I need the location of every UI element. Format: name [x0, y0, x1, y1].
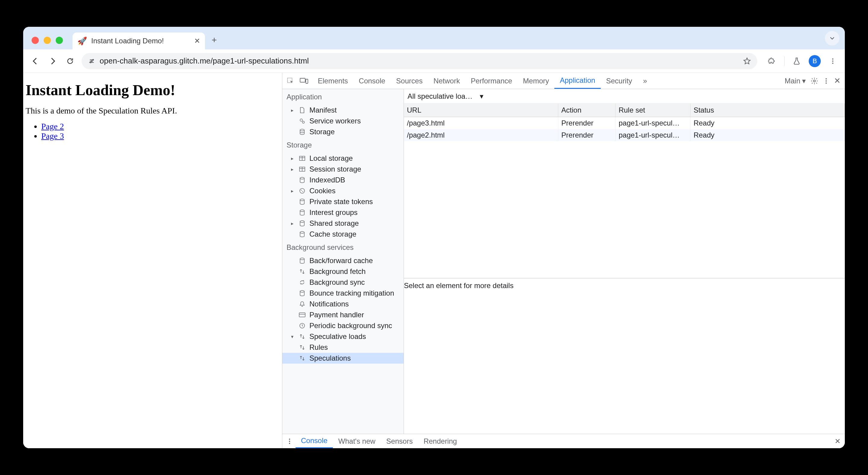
sidebar-item-speculations[interactable]: Speculations	[282, 353, 404, 364]
transfer-icon	[298, 267, 306, 276]
sidebar-item-service-workers[interactable]: Service workers	[282, 116, 404, 126]
filter-bar[interactable]: All speculative loa… ▾	[404, 89, 845, 103]
extensions-button[interactable]	[766, 55, 778, 67]
site-settings-icon[interactable]	[88, 57, 95, 65]
sidebar-item-manifest[interactable]: ▸Manifest	[282, 105, 404, 116]
sidebar-section-storage: Storage	[282, 137, 404, 153]
detail-pane: Select an element for more details	[404, 278, 845, 434]
sidebar-item-label: Periodic background sync	[309, 322, 392, 330]
tab-sources[interactable]: Sources	[391, 73, 428, 89]
sidebar-item-bg-sync[interactable]: Background sync	[282, 277, 404, 288]
sidebar-item-cache-storage[interactable]: Cache storage	[282, 229, 404, 240]
minimize-window[interactable]	[44, 37, 51, 44]
bookmark-button[interactable]	[743, 57, 751, 65]
tab-application[interactable]: Application	[554, 73, 600, 89]
drawer-tab-sensors[interactable]: Sensors	[381, 434, 418, 448]
col-status[interactable]: Status	[690, 103, 845, 117]
cell-action: Prerender	[558, 117, 616, 129]
sidebar-item-session-storage[interactable]: ▸Session storage	[282, 164, 404, 175]
close-drawer-button[interactable]: ✕	[835, 437, 841, 445]
database-icon	[298, 208, 306, 217]
tab-console[interactable]: Console	[353, 73, 391, 89]
sidebar-item-label: Local storage	[309, 154, 353, 162]
database-icon	[298, 219, 306, 228]
reload-button[interactable]	[64, 55, 76, 67]
sidebar-item-local-storage[interactable]: ▸Local storage	[282, 153, 404, 164]
inspect-element-icon[interactable]	[286, 77, 294, 85]
dropdown-icon: ▾	[802, 77, 806, 85]
devtools-body: Application ▸Manifest Service workers St…	[282, 89, 845, 434]
table-icon	[298, 165, 306, 173]
cell-action: Prerender	[558, 129, 616, 141]
devtools-menu-button[interactable]	[823, 77, 829, 85]
sidebar-item-payment-handler[interactable]: Payment handler	[282, 309, 404, 320]
toolbar-actions: B	[763, 55, 839, 67]
reload-icon	[66, 57, 74, 65]
profile-avatar[interactable]: B	[809, 55, 821, 67]
sidebar-item-bg-fetch[interactable]: Background fetch	[282, 266, 404, 277]
sidebar-item-cookies[interactable]: ▸Cookies	[282, 185, 404, 196]
tab-elements[interactable]: Elements	[312, 73, 353, 89]
forward-button[interactable]	[46, 55, 59, 67]
address-bar[interactable]: open-chalk-asparagus.glitch.me/page1-url…	[82, 53, 757, 69]
drawer-tab-console[interactable]: Console	[296, 434, 333, 448]
svg-point-27	[300, 291, 304, 292]
col-ruleset[interactable]: Rule set	[616, 103, 690, 117]
drawer-tab-rendering[interactable]: Rendering	[418, 434, 462, 448]
page-link[interactable]: Page 2	[41, 122, 64, 131]
drawer-menu-button[interactable]	[286, 438, 296, 445]
tab-performance[interactable]: Performance	[465, 73, 517, 89]
flask-icon	[793, 57, 801, 65]
speculations-table: URL Action Rule set Status /page3.html P…	[404, 103, 845, 141]
back-button[interactable]	[29, 55, 41, 67]
cell-url: /page2.html	[404, 129, 558, 141]
sidebar-item-label: Speculative loads	[309, 332, 366, 341]
page-intro: This is a demo of the Speculation Rules …	[26, 106, 280, 116]
sidebar-item-label: Private state tokens	[309, 198, 373, 206]
target-label: Main	[785, 77, 800, 85]
svg-point-26	[300, 258, 304, 260]
sidebar-item-indexeddb[interactable]: IndexedDB	[282, 175, 404, 185]
table-row[interactable]: /page2.html Prerender page1-url-specul… …	[404, 129, 845, 141]
database-icon	[298, 230, 306, 238]
star-icon	[743, 57, 751, 65]
settings-button[interactable]	[810, 77, 818, 85]
col-url[interactable]: URL	[404, 103, 558, 117]
target-selector[interactable]: Main ▾	[785, 77, 806, 85]
sidebar-item-bf-cache[interactable]: Back/forward cache	[282, 255, 404, 266]
sidebar-item-rules[interactable]: Rules	[282, 342, 404, 353]
sidebar-item-label: Payment handler	[309, 310, 364, 319]
close-window[interactable]	[32, 37, 39, 44]
more-tabs-button[interactable]: »	[638, 73, 652, 89]
sidebar-item-label: IndexedDB	[309, 176, 345, 184]
sidebar-item-private-state-tokens[interactable]: Private state tokens	[282, 196, 404, 207]
maximize-window[interactable]	[56, 37, 63, 44]
sidebar-item-notifications[interactable]: Notifications	[282, 299, 404, 309]
browser-tab[interactable]: 🚀 Instant Loading Demo! ✕	[72, 32, 205, 49]
sidebar-item-label: Background sync	[309, 278, 365, 287]
svg-point-1	[91, 60, 92, 62]
sidebar-item-periodic-sync[interactable]: Periodic background sync	[282, 320, 404, 331]
cell-status: Ready	[690, 129, 845, 141]
table-row[interactable]: /page3.html Prerender page1-url-specul… …	[404, 117, 845, 129]
new-tab-button[interactable]: +	[212, 35, 217, 49]
drawer-tab-whatsnew[interactable]: What's new	[333, 434, 381, 448]
tab-search-button[interactable]	[825, 31, 839, 46]
menu-button[interactable]	[827, 55, 839, 67]
tab-security[interactable]: Security	[601, 73, 638, 89]
sidebar-item-shared-storage[interactable]: ▸Shared storage	[282, 218, 404, 229]
sidebar-item-storage[interactable]: Storage	[282, 126, 404, 137]
labs-button[interactable]	[790, 55, 803, 67]
close-devtools-button[interactable]: ✕	[834, 76, 841, 86]
database-icon	[298, 289, 306, 297]
device-toolbar-icon[interactable]	[300, 77, 308, 85]
page-link[interactable]: Page 3	[41, 131, 64, 141]
divider	[784, 56, 785, 66]
tab-network[interactable]: Network	[428, 73, 465, 89]
sidebar-item-interest-groups[interactable]: Interest groups	[282, 207, 404, 218]
tab-memory[interactable]: Memory	[518, 73, 555, 89]
sidebar-item-bounce-tracking[interactable]: Bounce tracking mitigation	[282, 288, 404, 299]
sidebar-item-speculative-loads[interactable]: ▾Speculative loads	[282, 331, 404, 342]
close-tab-icon[interactable]: ✕	[194, 37, 200, 45]
col-action[interactable]: Action	[558, 103, 616, 117]
